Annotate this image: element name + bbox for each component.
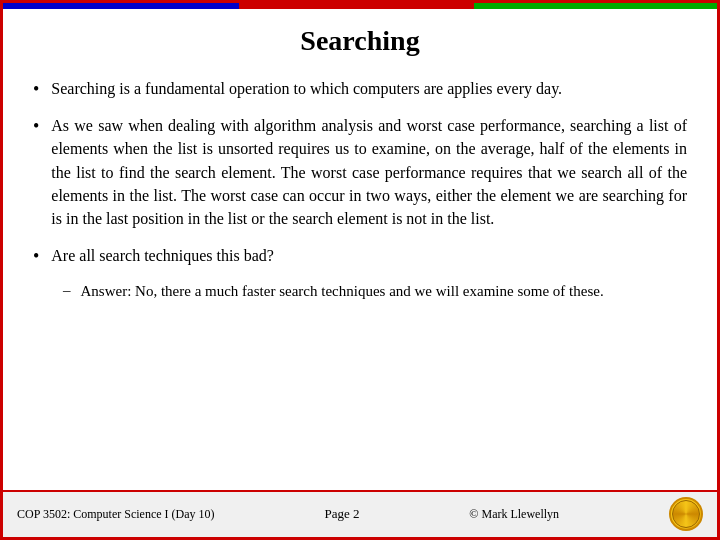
bullet-dot-2: •: [33, 116, 39, 137]
slide-title: Searching: [3, 7, 717, 67]
sub-item-1: – Answer: No, there a much faster search…: [63, 281, 687, 302]
footer-center: Page 2: [324, 506, 359, 522]
bullet-item-2: • As we saw when dealing with algorithm …: [33, 114, 687, 230]
bullet-text-1: Searching is a fundamental operation to …: [51, 77, 562, 100]
bullet-dot-1: •: [33, 79, 39, 100]
sub-text-1: Answer: No, there a much faster search t…: [81, 281, 604, 302]
footer-right: © Mark Llewellyn: [469, 507, 559, 522]
bullet-item-1: • Searching is a fundamental operation t…: [33, 77, 687, 100]
slide-footer: COP 3502: Computer Science I (Day 10) Pa…: [3, 490, 717, 537]
bullet-text-2: As we saw when dealing with algorithm an…: [51, 114, 687, 230]
bullet-item-3: • Are all search techniques this bad?: [33, 244, 687, 267]
slide-body: • Searching is a fundamental operation t…: [3, 67, 717, 490]
sub-dash-1: –: [63, 282, 71, 299]
footer-logo-inner: [672, 500, 700, 528]
footer-logo: [669, 497, 703, 531]
slide: Searching • Searching is a fundamental o…: [0, 0, 720, 540]
bullet-dot-3: •: [33, 246, 39, 267]
bullet-text-3: Are all search techniques this bad?: [51, 244, 274, 267]
footer-left: COP 3502: Computer Science I (Day 10): [17, 507, 215, 522]
